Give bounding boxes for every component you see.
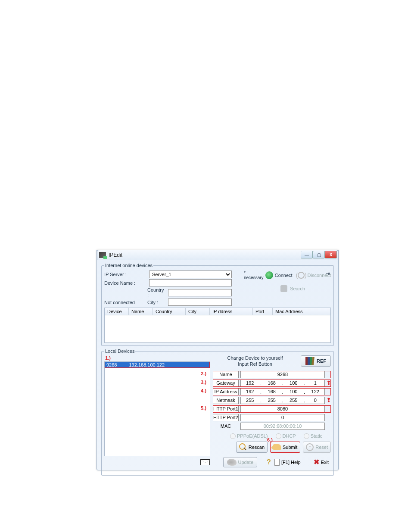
magnifier-icon xyxy=(239,443,247,451)
dove-icon xyxy=(227,459,237,466)
col-country[interactable]: Country xyxy=(153,308,186,315)
ipserver-select[interactable]: Server_1 xyxy=(149,271,232,278)
update-button[interactable]: Update xyxy=(223,457,257,467)
netmask-row: Netmask 255. 255. 255. 0 ❢ xyxy=(213,397,331,404)
annot-4: 4.) xyxy=(201,388,206,393)
ipserver-label: IP Server : xyxy=(104,272,147,277)
up-arrow-icon: ↑ xyxy=(306,443,314,451)
mac-value: 00:92:68:00:00:10 xyxy=(240,423,325,430)
name-row: Name 9268 xyxy=(213,371,331,378)
connect-button[interactable]: Connect xyxy=(275,273,293,278)
annot-3: 3.) xyxy=(201,380,206,385)
annot-6: 6.) xyxy=(267,437,273,442)
help-button[interactable]: ? [F1] Help xyxy=(263,457,304,467)
port1-input[interactable]: 8080 xyxy=(240,405,325,413)
x-icon: ✖ xyxy=(314,458,319,466)
reset-button[interactable]: ↑ Reset xyxy=(303,442,331,453)
port1-row: HTTP Port1 8080 xyxy=(213,405,331,413)
country-label: Country : xyxy=(147,287,166,298)
online-legend: Internet online devices xyxy=(104,263,153,268)
col-name[interactable]: Name xyxy=(129,308,153,315)
port2-row: HTTP Port2 0 xyxy=(213,414,331,421)
local-device-list[interactable]: 9268 192.168.100.122 xyxy=(104,361,210,456)
window-title: IPEdit xyxy=(109,252,122,258)
online-table-header: Device Name Country City IP ddress Port … xyxy=(104,308,331,315)
mac-label: MAC xyxy=(213,423,239,430)
exclam-icon: ❢ xyxy=(327,380,331,386)
app-window: IPEdit — ▢ X Internet online devices ⇥ I… xyxy=(97,250,339,470)
search-button[interactable]: Search xyxy=(290,286,305,291)
app-icon xyxy=(99,252,106,258)
port2-input[interactable]: 0 xyxy=(240,414,325,421)
minimize-button[interactable]: — xyxy=(301,251,313,258)
hand-icon xyxy=(273,444,281,450)
maximize-button[interactable]: ▢ xyxy=(313,251,325,258)
devname-input[interactable] xyxy=(149,279,232,286)
ip-input[interactable]: 192. 168. 100. 122 xyxy=(240,388,325,395)
online-table-body[interactable] xyxy=(104,315,331,343)
plug-icon xyxy=(298,272,305,279)
gateway-label: Gateway xyxy=(213,380,239,387)
note-icon xyxy=(274,459,280,466)
col-device[interactable]: Device xyxy=(105,308,129,315)
port2-label: HTTP Port2 xyxy=(213,414,239,421)
list-item-ip: 192.168.100.122 xyxy=(129,362,165,367)
search-man-icon xyxy=(280,285,287,292)
exclam-icon: ❢ xyxy=(327,397,331,403)
close-button[interactable]: X xyxy=(325,251,337,258)
city-label: City : xyxy=(147,300,166,305)
ip-row: IP Address 192. 168. 100. 122 xyxy=(213,388,331,395)
pin-icon[interactable]: ⇥ xyxy=(326,271,330,277)
col-mac[interactable]: Mac Address xyxy=(273,308,330,315)
radio-static[interactable]: Static xyxy=(304,433,323,439)
devname-label: Device Name : xyxy=(104,280,147,286)
globe-icon xyxy=(265,271,273,279)
ip-label: IP Address xyxy=(213,388,239,395)
envelope-icon[interactable] xyxy=(200,459,210,465)
exit-button[interactable]: ✖ Exit xyxy=(310,457,332,467)
col-port[interactable]: Port xyxy=(253,308,273,315)
annot-1: 1.) xyxy=(105,355,111,361)
col-ip[interactable]: IP ddress xyxy=(210,308,253,315)
necessary-label: * necessary xyxy=(244,271,265,280)
name-label: Name xyxy=(213,371,239,378)
netmask-label: Netmask xyxy=(213,397,239,404)
radio-dhcp[interactable]: DHCP xyxy=(276,433,296,439)
notconn-label: Not connected xyxy=(104,300,147,305)
list-item[interactable]: 9268 192.168.100.122 xyxy=(105,362,210,368)
question-icon: ? xyxy=(267,458,273,466)
mac-row: MAC 00:92:68:00:00:10 xyxy=(213,423,331,430)
ip-mode-radios: PPPoE(ADSL) DHCP Static xyxy=(230,433,331,439)
local-legend: Local Devices xyxy=(104,348,135,354)
hint-line2: Input Ref Button xyxy=(213,361,297,367)
ref-button[interactable]: REF xyxy=(301,355,331,367)
annot-5: 5.) xyxy=(201,405,206,411)
gateway-input[interactable]: 192. 168. 100. 1 xyxy=(240,380,325,387)
list-item-name: 9268 xyxy=(106,362,117,367)
netmask-input[interactable]: 255. 255. 255. 0 xyxy=(240,397,325,404)
col-city[interactable]: City xyxy=(186,308,210,315)
annot-2: 2.) xyxy=(201,371,206,376)
hint-line1: Change Device to yourself xyxy=(213,355,297,361)
port1-label: HTTP Port1 xyxy=(213,405,239,413)
name-input[interactable]: 9268 xyxy=(240,371,325,378)
books-icon xyxy=(305,357,314,365)
country-input[interactable] xyxy=(168,289,232,296)
titlebar[interactable]: IPEdit — ▢ X xyxy=(97,250,338,260)
city-input[interactable] xyxy=(168,299,232,306)
gateway-row: Gateway 192. 168. 100. 1 ❢ xyxy=(213,380,331,387)
radio-pppoe[interactable]: PPPoE(ADSL) xyxy=(230,433,268,439)
rescan-button[interactable]: Rescan xyxy=(236,442,268,453)
online-devices-group: Internet online devices ⇥ IP Server : Se… xyxy=(101,263,334,346)
submit-button[interactable]: Submit xyxy=(270,442,300,453)
